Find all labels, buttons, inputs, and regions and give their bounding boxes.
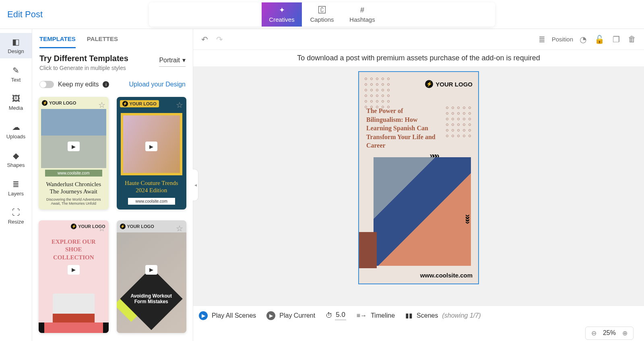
scenes-count: (showing 1/7) xyxy=(442,312,481,319)
scenes-icon: ▮▮ xyxy=(405,312,413,319)
template-logo: ⚡YOUR LOGO xyxy=(120,100,159,107)
star-icon[interactable]: ☆ xyxy=(98,224,105,233)
media-icon: 🖼 xyxy=(12,94,20,103)
nav-shapes-label: Shapes xyxy=(7,162,25,168)
star-icon[interactable]: ☆ xyxy=(176,224,183,233)
design-url[interactable]: www.coolsite.com xyxy=(420,272,473,279)
captions-icon: 🄲 xyxy=(318,6,326,14)
templates-panel: TEMPLATES PALETTES Try Different Templat… xyxy=(32,29,193,341)
resize-icon: ⛶ xyxy=(12,208,20,217)
template-site: www.coolsite.com xyxy=(45,170,102,177)
play-all-label: Play All Scenes xyxy=(212,312,256,319)
orientation-selector[interactable]: Portrait ▾ xyxy=(159,54,186,67)
tab-hashtags-label: Hashtags xyxy=(349,16,375,23)
layers-icon: ≣ xyxy=(12,179,19,189)
nav-text[interactable]: ✎ Text xyxy=(0,62,32,87)
nav-text-label: Text xyxy=(11,77,21,83)
tab-creatives-label: Creatives xyxy=(269,16,294,23)
template-card[interactable]: ☆ ▶ ⚡YOUR LOGO Haute Couture Trends 2024… xyxy=(117,97,187,210)
canvas-viewport[interactable]: ⚡YOUR LOGO The Power of Bilingualism: Ho… xyxy=(193,66,644,306)
play-current-label: Play Current xyxy=(279,312,315,319)
wand-icon: ✦ xyxy=(279,6,285,14)
nav-media-label: Media xyxy=(9,105,23,111)
nav-design-label: Design xyxy=(8,48,24,54)
template-card[interactable]: ☆ ▶ ⚡YOUR LOGO Avoiding Workout Form Mis… xyxy=(117,220,187,333)
side-nav: ◧ Design ✎ Text 🖼 Media ☁ Uploads ◆ Shap… xyxy=(0,29,32,341)
design-image[interactable] xyxy=(374,157,471,266)
playback-bar: ▶ Play All Scenes ▶ Play Current ⏱ 5.0 ≡… xyxy=(193,306,644,325)
template-image xyxy=(41,109,106,168)
opacity-icon[interactable]: ◔ xyxy=(578,33,588,46)
template-site: www.coolsite.com xyxy=(128,198,175,205)
play-icon: ▶ xyxy=(266,311,275,320)
nav-uploads[interactable]: ☁ Uploads xyxy=(0,118,32,144)
timeline-icon: ≡→ xyxy=(357,312,367,319)
nav-media[interactable]: 🖼 Media xyxy=(0,90,32,115)
play-icon[interactable]: ▶ xyxy=(68,142,80,151)
uploads-icon: ☁ xyxy=(12,122,20,132)
upload-design-link[interactable]: Upload your Design xyxy=(129,81,186,88)
panel-tabs: TEMPLATES PALETTES xyxy=(32,29,193,48)
timeline-button[interactable]: ≡→ Timeline xyxy=(357,312,395,319)
nav-shapes[interactable]: ◆ Shapes xyxy=(0,147,32,172)
dot-grid-decoration xyxy=(365,78,391,110)
scenes-button[interactable]: ▮▮ Scenes (showing 1/7) xyxy=(405,312,481,319)
keep-edits-toggle[interactable] xyxy=(39,81,54,88)
canvas-area: ↶ ↷ ≣ Position ◔ 🔓 ❐ 🗑 To download a pos… xyxy=(193,29,644,341)
design-logo[interactable]: ⚡YOUR LOGO xyxy=(425,80,473,88)
panel-tab-palettes[interactable]: PALETTES xyxy=(87,35,118,48)
keep-edits-label: Keep my edits xyxy=(58,81,99,88)
color-block-decoration xyxy=(359,232,377,268)
zoom-out-icon[interactable]: ⊖ xyxy=(591,329,597,337)
zoom-control: ⊖ 25% ⊕ xyxy=(585,327,634,340)
redo-icon[interactable]: ↷ xyxy=(215,33,225,46)
undo-icon[interactable]: ↶ xyxy=(200,33,210,46)
top-tabs: ✦ Creatives 🄲 Captions # Hashtags xyxy=(149,2,495,27)
nav-design[interactable]: ◧ Design xyxy=(0,33,32,58)
play-all-button[interactable]: ▶ Play All Scenes xyxy=(199,311,256,320)
template-title: Wanderlust Chronicles The Journeys Await xyxy=(39,178,109,196)
unlock-icon[interactable]: 🔓 xyxy=(593,33,606,46)
zoom-bar: ⊖ 25% ⊕ xyxy=(193,325,644,341)
panel-tab-templates[interactable]: TEMPLATES xyxy=(39,35,76,48)
template-title: Haute Couture Trends 2024 Edition xyxy=(117,178,187,195)
layers-icon[interactable]: ≣ xyxy=(537,33,547,46)
design-icon: ◧ xyxy=(12,37,20,47)
tab-hashtags[interactable]: # Hashtags xyxy=(342,2,382,27)
templates-grid[interactable]: ☆ ▶ ⚡YOUR LOGO www.coolsite.com Wanderlu… xyxy=(32,91,193,341)
star-icon[interactable]: ☆ xyxy=(176,100,183,110)
top-bar: Edit Post ✦ Creatives 🄲 Captions # Hasht… xyxy=(0,0,644,29)
template-card[interactable]: ☆ ▶ ⚡YOUR LOGO EXPLORE OUR SHOE COLLECTI… xyxy=(39,220,109,333)
canvas-toolbar: ↶ ↷ ≣ Position ◔ 🔓 ❐ 🗑 xyxy=(193,29,644,50)
tab-captions-label: Captions xyxy=(310,16,334,23)
panel-collapse-handle[interactable]: ◂ xyxy=(193,169,198,201)
play-current-button[interactable]: ▶ Play Current xyxy=(266,311,315,320)
delete-icon[interactable]: 🗑 xyxy=(626,33,638,45)
nav-resize[interactable]: ⛶ Resize xyxy=(0,204,32,229)
chevron-down-icon: ▾ xyxy=(182,56,186,64)
tab-captions[interactable]: 🄲 Captions xyxy=(302,2,342,27)
timer-icon: ⏱ xyxy=(326,312,332,320)
star-icon[interactable]: ☆ xyxy=(98,100,105,110)
hashtag-icon: # xyxy=(360,6,364,14)
template-logo: ⚡YOUR LOGO xyxy=(120,224,154,229)
scenes-label: Scenes xyxy=(417,312,438,319)
nav-layers[interactable]: ≣ Layers xyxy=(0,175,32,201)
duration-control[interactable]: ⏱ 5.0 xyxy=(326,311,346,320)
play-icon[interactable]: ▶ xyxy=(68,265,80,275)
template-card[interactable]: ☆ ▶ ⚡YOUR LOGO www.coolsite.com Wanderlu… xyxy=(39,97,109,210)
premium-message: To download a post with premium assets p… xyxy=(193,50,644,66)
nav-layers-label: Layers xyxy=(8,191,24,197)
template-logo: ⚡YOUR LOGO xyxy=(42,100,76,106)
nav-resize-label: Resize xyxy=(8,219,24,225)
play-icon[interactable]: ▶ xyxy=(145,265,157,275)
zoom-in-icon[interactable]: ⊕ xyxy=(622,329,627,337)
design-canvas[interactable]: ⚡YOUR LOGO The Power of Bilingualism: Ho… xyxy=(358,71,479,284)
play-icon[interactable]: ▶ xyxy=(145,142,157,151)
duplicate-icon[interactable]: ❐ xyxy=(611,33,621,46)
position-button[interactable]: Position xyxy=(552,36,573,43)
tab-creatives[interactable]: ✦ Creatives xyxy=(262,2,302,27)
info-icon[interactable]: i xyxy=(103,81,109,88)
design-headline[interactable]: The Power of Bilingualism: How Learning … xyxy=(366,107,439,150)
template-bar xyxy=(39,323,109,333)
